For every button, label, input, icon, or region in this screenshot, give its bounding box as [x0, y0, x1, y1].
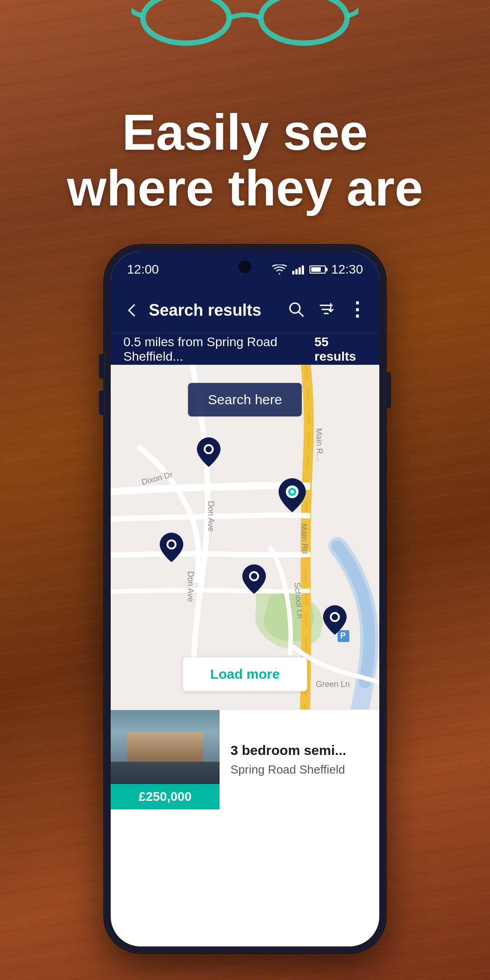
svg-point-23 [332, 614, 338, 620]
price-tag: £250,000 [111, 784, 220, 809]
map-pin-4[interactable] [242, 564, 266, 596]
camera [239, 260, 251, 273]
phone-device: 12:00 [104, 245, 386, 953]
property-title: 3 bedroom semi... [230, 743, 368, 758]
search-location-text: 0.5 miles from Spring Road Sheffield... [123, 335, 314, 364]
property-card[interactable]: £250,000 3 bedroom semi... Spring Road S… [111, 710, 379, 809]
search-here-button[interactable]: Search here [188, 383, 302, 416]
svg-point-0 [143, 0, 229, 43]
wifi-icon [272, 265, 287, 274]
results-count-text: 55 results [314, 335, 367, 364]
property-address: Spring Road Sheffield [230, 763, 368, 777]
status-right-icons: 12:30 [272, 262, 363, 277]
map-pin-current[interactable] [279, 478, 306, 514]
property-info: 3 bedroom semi... Spring Road Sheffield [220, 710, 379, 809]
map-pin-3[interactable] [160, 533, 183, 564]
search-subtitle-bar: 0.5 miles from Spring Road Sheffield... … [111, 333, 379, 365]
status-bar: 12:00 [111, 251, 379, 288]
sort-button[interactable] [318, 301, 335, 320]
svg-point-1 [261, 0, 347, 43]
hero-section: Easily see where they are [0, 104, 490, 216]
glasses-decoration [0, 0, 490, 118]
signal-icon [292, 265, 304, 274]
search-button[interactable] [288, 301, 305, 320]
battery-icon [309, 265, 326, 274]
svg-text:Don Ave: Don Ave [186, 571, 195, 602]
svg-text:Main R...: Main R... [314, 428, 325, 461]
svg-point-19 [168, 541, 175, 548]
map-pin-1[interactable] [197, 437, 220, 469]
svg-point-21 [251, 573, 257, 579]
phone-outer-frame: 12:00 [104, 245, 386, 953]
svg-text:Green Ln: Green Ln [316, 680, 350, 689]
more-button[interactable]: ⋮ [348, 300, 367, 319]
back-button[interactable] [123, 302, 140, 318]
svg-point-17 [290, 490, 294, 494]
svg-text:Don Ave: Don Ave [206, 501, 216, 532]
bedroom-image [111, 710, 220, 784]
header-actions: ⋮ [288, 301, 367, 320]
map-pin-5[interactable] [323, 605, 347, 637]
app-header: Search results [111, 288, 379, 333]
load-more-button[interactable]: Load more [182, 657, 307, 691]
status-time-right: 12:30 [331, 262, 363, 277]
hero-title: Easily see where they are [27, 104, 463, 216]
page-title: Search results [149, 301, 279, 320]
property-image: £250,000 [111, 710, 220, 809]
status-time-left: 12:00 [127, 262, 159, 277]
map-view[interactable]: P Dixon Dr Don Ave Don Ave School Ln Mai… [111, 365, 379, 710]
svg-point-14 [206, 446, 212, 452]
phone-screen: 12:00 [111, 251, 379, 946]
svg-text:Main Rd: Main Rd [299, 523, 309, 554]
